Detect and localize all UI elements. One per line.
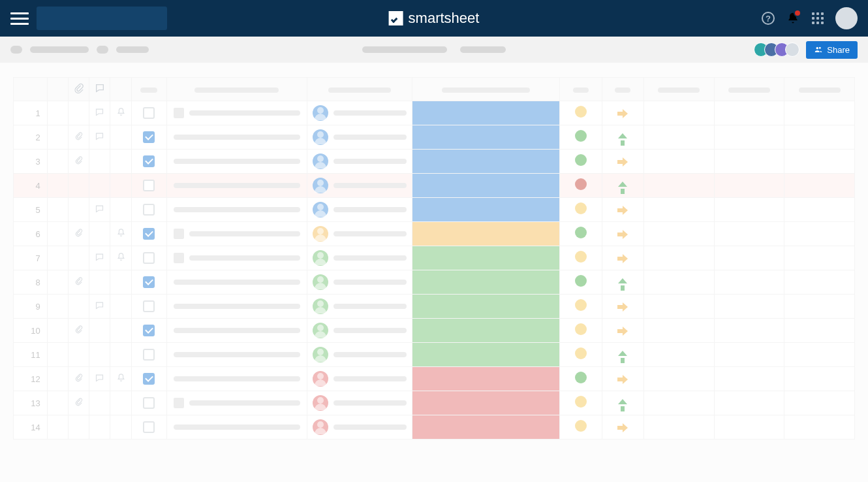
status-cell[interactable] [412, 222, 560, 246]
comment-cell[interactable] [89, 391, 110, 415]
data-cell[interactable] [784, 174, 855, 198]
comment-cell[interactable] [89, 367, 110, 391]
comment-cell[interactable] [89, 125, 110, 150]
collaborator-avatar[interactable] [785, 42, 799, 57]
help-button[interactable]: ? [761, 11, 775, 25]
comment-cell[interactable] [89, 343, 110, 367]
table-row[interactable]: 2 [14, 125, 855, 150]
data-cell[interactable] [714, 198, 784, 222]
data-cell[interactable] [784, 222, 855, 246]
health-cell[interactable] [560, 343, 602, 367]
data-cell[interactable] [644, 295, 715, 319]
reminder-cell[interactable] [110, 319, 131, 343]
row-number[interactable]: 14 [14, 415, 48, 440]
assignee-cell[interactable] [307, 343, 412, 367]
reminder-cell[interactable] [110, 174, 131, 198]
reminder-cell[interactable] [110, 343, 131, 367]
data-cell[interactable] [644, 391, 715, 415]
data-cell[interactable] [784, 415, 855, 440]
assignee-cell[interactable] [307, 246, 412, 270]
checkbox-cell[interactable] [131, 150, 166, 174]
task-cell[interactable] [166, 222, 307, 246]
table-row[interactable]: 8 [14, 270, 855, 295]
menu-button[interactable] [10, 9, 29, 27]
data-cell[interactable] [644, 343, 715, 367]
data-cell[interactable] [644, 415, 715, 440]
table-row[interactable]: 11 [14, 343, 855, 367]
trend-cell[interactable] [602, 150, 644, 174]
data-cell[interactable] [714, 246, 784, 270]
data-cell[interactable] [784, 150, 855, 174]
row-expand-cell[interactable] [47, 150, 68, 174]
task-cell[interactable] [166, 174, 307, 198]
table-row[interactable]: 10 [14, 319, 855, 343]
row-expand-cell[interactable] [47, 367, 68, 391]
row-header-corner[interactable] [14, 78, 48, 101]
data-cell[interactable] [784, 270, 855, 295]
status-cell[interactable] [412, 295, 560, 319]
health-cell[interactable] [560, 319, 602, 343]
row-number[interactable]: 9 [14, 295, 48, 319]
comment-cell[interactable] [89, 150, 110, 174]
data-cell[interactable] [644, 319, 715, 343]
checkbox[interactable] [143, 397, 155, 409]
data-cell[interactable] [784, 391, 855, 415]
status-cell[interactable] [412, 246, 560, 270]
assignee-cell[interactable] [307, 101, 412, 125]
trend-cell[interactable] [602, 270, 644, 295]
col-header-checkbox[interactable] [131, 78, 166, 101]
checkbox-cell[interactable] [131, 125, 166, 150]
assignee-cell[interactable] [307, 415, 412, 440]
task-cell[interactable] [166, 150, 307, 174]
health-cell[interactable] [560, 222, 602, 246]
share-button[interactable]: Share [806, 41, 858, 59]
row-expand-cell[interactable] [47, 391, 68, 415]
row-number[interactable]: 1 [14, 101, 48, 125]
health-cell[interactable] [560, 125, 602, 150]
table-row[interactable]: 1 [14, 101, 855, 125]
health-cell[interactable] [560, 174, 602, 198]
data-cell[interactable] [714, 391, 784, 415]
reminder-cell[interactable] [110, 246, 131, 270]
trend-cell[interactable] [602, 246, 644, 270]
reminder-cell[interactable] [110, 415, 131, 440]
table-row[interactable]: 5 [14, 198, 855, 222]
row-expand-cell[interactable] [47, 295, 68, 319]
checkbox-cell[interactable] [131, 319, 166, 343]
assignee-cell[interactable] [307, 125, 412, 150]
task-cell[interactable] [166, 125, 307, 150]
status-cell[interactable] [412, 391, 560, 415]
checkbox[interactable] [143, 325, 155, 336]
attachment-cell[interactable] [68, 174, 89, 198]
assignee-cell[interactable] [307, 198, 412, 222]
data-cell[interactable] [714, 343, 784, 367]
trend-cell[interactable] [602, 101, 644, 125]
data-cell[interactable] [644, 222, 715, 246]
assignee-cell[interactable] [307, 174, 412, 198]
data-cell[interactable] [644, 246, 715, 270]
data-cell[interactable] [784, 367, 855, 391]
health-cell[interactable] [560, 367, 602, 391]
row-number[interactable]: 7 [14, 246, 48, 270]
row-expand-cell[interactable] [47, 319, 68, 343]
health-cell[interactable] [560, 150, 602, 174]
data-cell[interactable] [644, 125, 715, 150]
reminder-cell[interactable] [110, 125, 131, 150]
expand-icon[interactable] [174, 398, 184, 408]
row-expand-cell[interactable] [47, 246, 68, 270]
apps-button[interactable] [811, 11, 825, 25]
health-cell[interactable] [560, 415, 602, 440]
checkbox[interactable] [143, 252, 155, 264]
data-cell[interactable] [714, 319, 784, 343]
expand-icon[interactable] [174, 108, 184, 118]
trend-cell[interactable] [602, 222, 644, 246]
trend-cell[interactable] [602, 391, 644, 415]
checkbox-cell[interactable] [131, 174, 166, 198]
task-cell[interactable] [166, 270, 307, 295]
trend-cell[interactable] [602, 198, 644, 222]
col-header-d1[interactable] [644, 78, 715, 101]
status-cell[interactable] [412, 150, 560, 174]
data-cell[interactable] [714, 101, 784, 125]
trend-cell[interactable] [602, 295, 644, 319]
data-cell[interactable] [714, 270, 784, 295]
